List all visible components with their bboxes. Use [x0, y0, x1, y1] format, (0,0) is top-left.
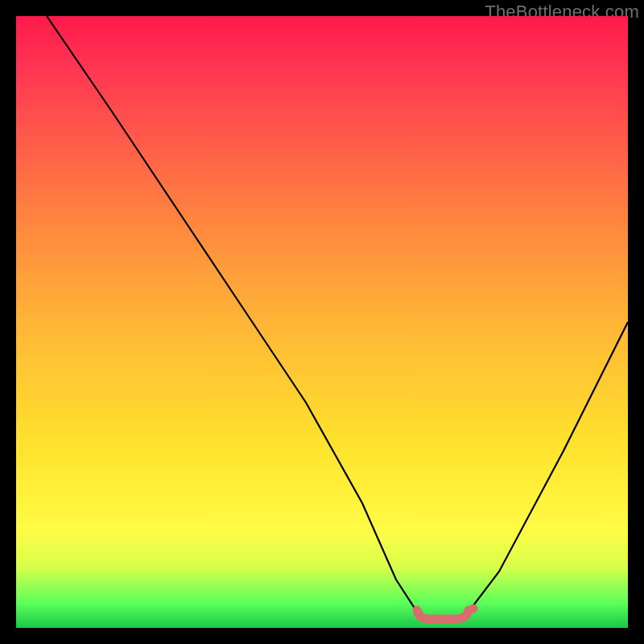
bottleneck-curve: [47, 16, 628, 618]
flat-region-end-dot: [469, 605, 478, 613]
plot-area: [16, 16, 628, 628]
chart-svg: [16, 16, 628, 628]
chart-frame: TheBottleneck.com: [0, 0, 644, 644]
flat-region-marker: [417, 610, 469, 619]
